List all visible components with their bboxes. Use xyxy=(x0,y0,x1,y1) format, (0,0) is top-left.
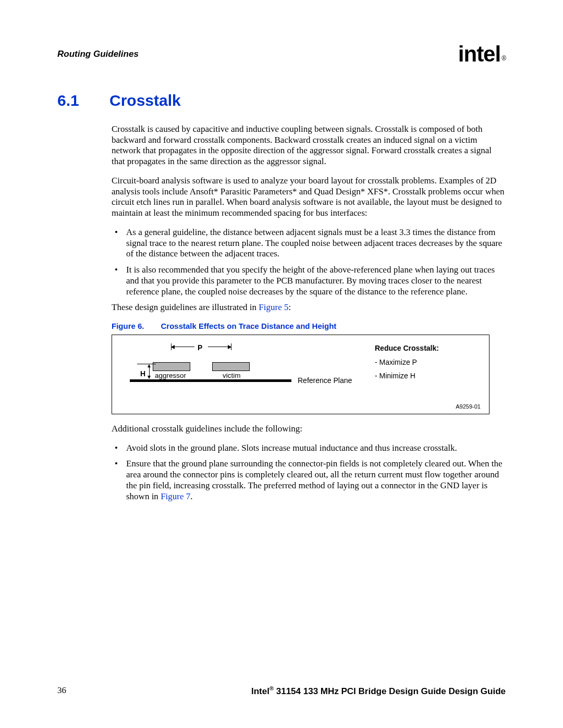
body-content: Crosstalk is caused by capacitive and in… xyxy=(112,124,506,313)
bullet-list-1: As a general guideline, the distance bet… xyxy=(112,227,506,297)
bullet-2: It is also recommended that you specify … xyxy=(112,265,506,297)
paragraph-4: Additional crosstalk guidelines include … xyxy=(112,424,506,435)
section-title: Crosstalk xyxy=(109,92,181,109)
logo-registered: ® xyxy=(501,55,506,62)
reduce-item-1: - Maximize P xyxy=(375,355,439,369)
victim-label: victim xyxy=(223,372,241,379)
figure-7-link[interactable]: Figure 7 xyxy=(161,491,190,501)
figure-label: Figure 6. xyxy=(112,322,144,330)
figure-5-link[interactable]: Figure 5 xyxy=(259,302,288,312)
p-arrow-left xyxy=(172,347,194,347)
footer-pre: Intel xyxy=(251,686,270,696)
paragraph-1: Crosstalk is caused by capacitive and in… xyxy=(112,124,506,167)
figure-6-box: P H aggressor victim Reference Plane Red… xyxy=(112,335,489,414)
p3-pre: These design guidelines are illustrated … xyxy=(112,302,259,312)
aggressor-trace xyxy=(153,362,190,371)
victim-trace xyxy=(212,362,250,371)
bullet-list-2: Avoid slots in the ground plane. Slots i… xyxy=(112,443,506,502)
logo-text: intel xyxy=(458,42,500,67)
footer-doc-title: Intel® 31154 133 MHz PCI Bridge Design G… xyxy=(251,685,506,697)
reduce-crosstalk-box: Reduce Crosstalk: - Maximize P - Minimiz… xyxy=(375,341,439,383)
footer-post: 31154 133 MHz PCI Bridge Design Guide De… xyxy=(274,686,506,696)
figure-id: A9259-01 xyxy=(120,396,481,410)
paragraph-3: These design guidelines are illustrated … xyxy=(112,302,506,313)
h-label: H xyxy=(140,369,145,378)
h-tick xyxy=(137,364,156,364)
p-arrow-right xyxy=(208,347,231,347)
bullet-3: Avoid slots in the ground plane. Slots i… xyxy=(112,443,506,454)
figure-caption: Figure 6. Crosstalk Effects on Trace Dis… xyxy=(112,322,506,330)
aggressor-label: aggressor xyxy=(155,372,186,379)
figure-title: Crosstalk Effects on Trace Distance and … xyxy=(161,322,337,330)
bullet-1: As a general guideline, the distance bet… xyxy=(112,227,506,260)
paragraph-2: Circuit-board analysis software is used … xyxy=(112,176,506,219)
page-footer: 36 Intel® 31154 133 MHz PCI Bridge Desig… xyxy=(57,685,506,697)
reference-plane-label: Reference Plane xyxy=(298,376,352,385)
intel-logo: intel ® xyxy=(458,42,506,67)
b4-post: . xyxy=(190,491,192,501)
body-content-2: Additional crosstalk guidelines include … xyxy=(112,424,506,502)
page-number: 36 xyxy=(57,685,66,697)
section-heading: 6.1 Crosstalk xyxy=(57,92,506,109)
footer-reg: ® xyxy=(270,685,274,692)
page-header: Routing Guidelines intel ® xyxy=(57,42,506,67)
h-arrow xyxy=(149,365,150,378)
bullet-4: Ensure that the ground plane surrounding… xyxy=(112,459,506,502)
p-label: P xyxy=(198,343,202,352)
p3-post: : xyxy=(288,302,291,312)
section-number: 6.1 xyxy=(57,92,84,109)
header-section-title: Routing Guidelines xyxy=(57,49,139,59)
reduce-item-2: - Minimize H xyxy=(375,369,439,383)
crosstalk-diagram: P H aggressor victim Reference Plane Red… xyxy=(120,341,481,396)
reference-plane xyxy=(130,379,291,382)
reduce-title: Reduce Crosstalk: xyxy=(375,341,439,355)
